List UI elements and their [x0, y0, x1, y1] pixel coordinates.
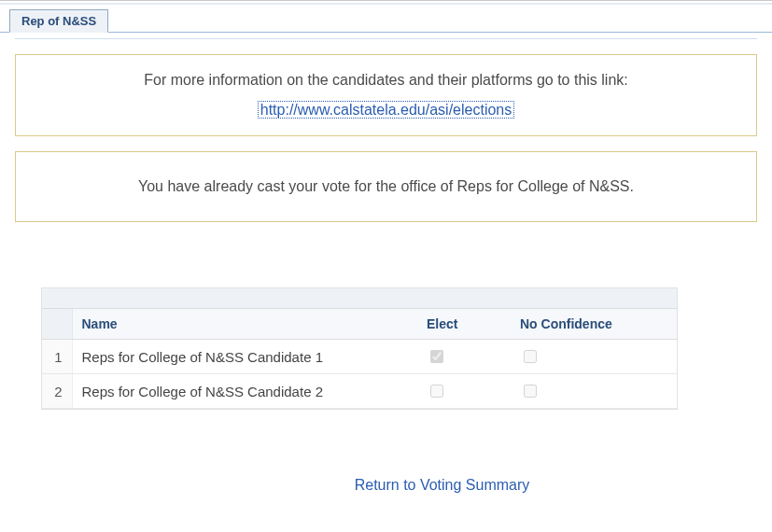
col-header-elect: Elect: [417, 309, 511, 340]
noconf-cell: [511, 374, 677, 409]
table-top-bar: [42, 288, 677, 309]
candidate-name: Reps for College of N&SS Candidate 1: [72, 340, 417, 374]
tab-row: Rep of N&SS: [0, 8, 772, 33]
col-header-name: Name: [72, 309, 417, 340]
noconf-checkbox: [524, 385, 537, 398]
table-row: 2 Reps for College of N&SS Candidate 2: [42, 374, 677, 409]
row-number: 1: [42, 340, 72, 374]
noconf-checkbox: [524, 350, 537, 363]
candidates-table: Name Elect No Confidence 1 Reps for Coll…: [41, 287, 678, 410]
col-header-number: [42, 309, 72, 340]
already-voted-notice: You have already cast your vote for the …: [15, 151, 757, 222]
elect-cell: [417, 374, 511, 409]
elect-cell: [417, 340, 511, 374]
col-header-noconf: No Confidence: [511, 309, 677, 340]
table-row: 1 Reps for College of N&SS Candidate 1: [42, 340, 677, 374]
top-rule: [0, 0, 772, 5]
tab-rep-nss[interactable]: Rep of N&SS: [9, 9, 108, 33]
return-to-summary-link[interactable]: Return to Voting Summary: [355, 477, 530, 493]
info-lead-text: For more information on the candidates a…: [25, 72, 747, 89]
elect-checkbox: [430, 385, 443, 398]
noconf-cell: [511, 340, 677, 374]
elect-checkbox: [430, 350, 443, 363]
elections-link[interactable]: http://www.calstatela.edu/asi/elections: [258, 101, 514, 119]
divider: [15, 38, 757, 39]
info-box: For more information on the candidates a…: [15, 54, 757, 136]
candidate-name: Reps for College of N&SS Candidate 2: [72, 374, 417, 409]
row-number: 2: [42, 374, 72, 409]
